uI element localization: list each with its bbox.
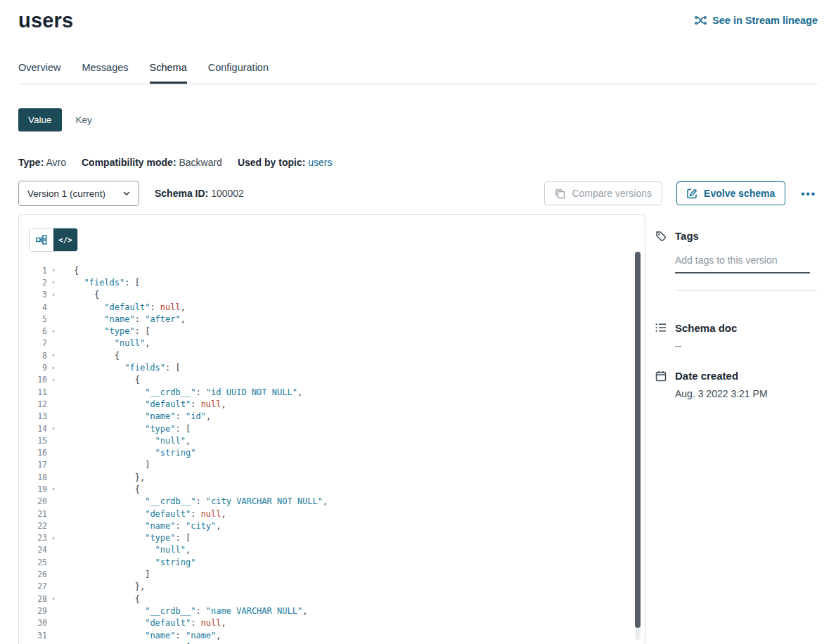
code-line: 29 "__crdb__": "name VARCHAR NULL", (29, 605, 645, 617)
meta-compatibility: Compatibility mode: Backward (82, 157, 222, 168)
date-created-value: Aug. 3 2022 3:21 PM (675, 388, 818, 399)
meta-compatibility-label: Compatibility mode: (82, 157, 176, 168)
date-created-body: Date created Aug. 3 2022 3:21 PM (675, 370, 818, 399)
schema-page: users See in Stream lineage OverviewMess… (0, 0, 836, 644)
fold-arrow-icon[interactable]: ▾ (47, 279, 60, 285)
line-number: 13 (29, 411, 47, 421)
code-text: { (74, 351, 120, 361)
code-text: "type": [ (74, 424, 191, 434)
stream-lineage-icon (695, 15, 707, 25)
calendar-icon (655, 370, 668, 399)
topbar: users See in Stream lineage (18, 0, 818, 32)
tab-messages[interactable]: Messages (82, 59, 128, 84)
code-line: 22 "name": "city", (29, 520, 645, 532)
line-number: 14 (29, 424, 47, 434)
tab-configuration[interactable]: Configuration (208, 59, 269, 84)
code-text: ] (74, 569, 150, 579)
code-text: { (74, 290, 99, 300)
code-line: 28▾ { (29, 593, 645, 605)
code-text: "__crdb__": "id UUID NOT NULL", (74, 387, 302, 397)
fold-arrow-icon[interactable]: ▾ (47, 535, 60, 541)
tags-body: Tags (675, 230, 818, 291)
code-line: 11 "__crdb__": "id UUID NOT NULL", (29, 386, 645, 398)
code-view-icon: </> (58, 236, 72, 245)
code-text: { (74, 594, 140, 604)
version-select[interactable]: Version 1 (current) (18, 181, 139, 206)
code-line: 15 "null", (29, 434, 645, 446)
code-editor[interactable]: 1▾{2▾ "fields": [3▾ {4 "default": null,5… (29, 264, 645, 644)
line-number: 6 (29, 326, 47, 336)
editor-scrollbar-thumb[interactable] (635, 252, 641, 628)
tree-view-button[interactable] (30, 228, 53, 251)
code-text: { (74, 266, 79, 276)
line-number: 28 (29, 594, 47, 604)
fold-arrow-icon[interactable]: ▾ (47, 267, 60, 273)
stream-lineage-link[interactable]: See in Stream lineage (695, 15, 818, 26)
tab-schema[interactable]: Schema (150, 59, 187, 84)
code-text: { (74, 375, 140, 385)
code-text: "fields": [ (74, 278, 140, 288)
fold-arrow-icon[interactable]: ▾ (47, 352, 60, 359)
code-line: 1▾{ (29, 264, 645, 276)
code-text: "null", (74, 436, 191, 446)
code-line: 13 "name": "id", (29, 411, 645, 423)
fold-arrow-icon[interactable]: ▾ (47, 486, 60, 492)
editor-scrollbar-track[interactable] (635, 252, 641, 640)
tree-view-icon (36, 235, 47, 245)
code-text: "name": "after", (74, 314, 186, 324)
line-number: 23 (29, 533, 47, 543)
evolve-schema-button[interactable]: Evolve schema (676, 181, 785, 205)
line-number: 15 (29, 436, 47, 446)
meta-topic: Used by topic: users (238, 157, 333, 168)
code-text: "default": null, (74, 509, 226, 519)
fold-arrow-icon[interactable]: ▾ (47, 292, 60, 298)
tags-input[interactable] (675, 252, 810, 273)
details-sidebar: Tags Schema doc -- Date (655, 214, 818, 644)
line-number: 31 (29, 631, 47, 640)
code-line: 26 ] (29, 568, 645, 580)
code-line: 30 "default": null, (29, 617, 645, 629)
toggle-key[interactable]: Key (66, 108, 102, 131)
sidebar-divider (675, 290, 818, 291)
tabs-divider (18, 84, 818, 84)
code-line: 7 "null", (29, 337, 645, 349)
code-view-button[interactable]: </> (53, 228, 77, 251)
code-text: "name": "id", (74, 411, 211, 421)
line-number: 18 (29, 472, 47, 482)
code-line: 32▾ "type": [ (29, 641, 645, 644)
more-options-button[interactable]: ••• (799, 185, 818, 202)
line-number: 8 (29, 351, 47, 361)
date-created-section: Date created Aug. 3 2022 3:21 PM (655, 370, 818, 399)
line-number: 3 (29, 290, 47, 300)
code-text: { (74, 484, 140, 494)
toggle-value[interactable]: Value (18, 108, 62, 131)
line-number: 30 (29, 618, 47, 628)
code-line: 2▾ "fields": [ (29, 276, 645, 288)
code-line: 14▾ "type": [ (29, 423, 645, 434)
line-number: 2 (29, 278, 47, 288)
code-text: }, (74, 581, 145, 591)
topic-link[interactable]: users (308, 157, 332, 168)
fold-arrow-icon[interactable]: ▾ (47, 425, 60, 432)
fold-arrow-icon[interactable]: ▾ (47, 365, 60, 371)
code-text: "fields": [ (74, 363, 181, 373)
line-number: 20 (29, 496, 47, 506)
code-line: 10▾ { (29, 374, 645, 386)
edit-icon (687, 188, 697, 199)
code-text: "__crdb__": "name VARCHAR NULL", (74, 606, 307, 616)
toolbar-actions: Compare versions Evolve schema ••• (544, 181, 818, 205)
compare-versions-button[interactable]: Compare versions (544, 181, 662, 205)
line-number: 26 (29, 569, 47, 579)
code-text: "type": [ (74, 533, 191, 543)
code-line: 23▾ "type": [ (29, 532, 645, 544)
tab-overview[interactable]: Overview (18, 59, 60, 84)
code-line: 17 ] (29, 459, 645, 471)
fold-arrow-icon[interactable]: ▾ (47, 377, 60, 383)
code-line: 19▾ { (29, 483, 645, 495)
line-number: 11 (29, 387, 47, 397)
schema-doc-value: -- (675, 340, 818, 352)
fold-arrow-icon[interactable]: ▾ (47, 595, 60, 602)
line-number: 27 (29, 581, 47, 591)
code-line: 24 "null", (29, 544, 645, 556)
fold-arrow-icon[interactable]: ▾ (47, 328, 60, 335)
